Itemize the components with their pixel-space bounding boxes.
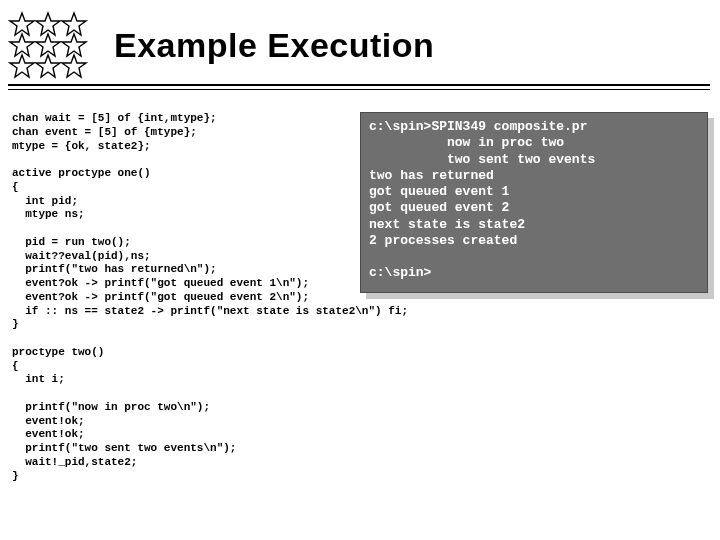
slide-body: chan wait = [5] of {int,mtype}; chan eve… [12,112,708,530]
svg-marker-4 [36,34,60,56]
svg-marker-7 [36,55,60,77]
logo-icon [8,10,98,80]
svg-marker-5 [62,34,86,56]
svg-marker-8 [62,55,86,77]
slide-header: Example Execution [0,0,720,80]
svg-marker-2 [62,13,86,35]
slide-title: Example Execution [114,26,434,65]
svg-marker-3 [10,34,34,56]
svg-marker-0 [10,13,34,35]
svg-marker-1 [36,13,60,35]
svg-marker-6 [10,55,34,77]
terminal-output: c:\spin>SPIN349 composite.pr now in proc… [360,112,708,293]
divider [8,84,710,90]
terminal-panel: c:\spin>SPIN349 composite.pr now in proc… [360,112,708,293]
